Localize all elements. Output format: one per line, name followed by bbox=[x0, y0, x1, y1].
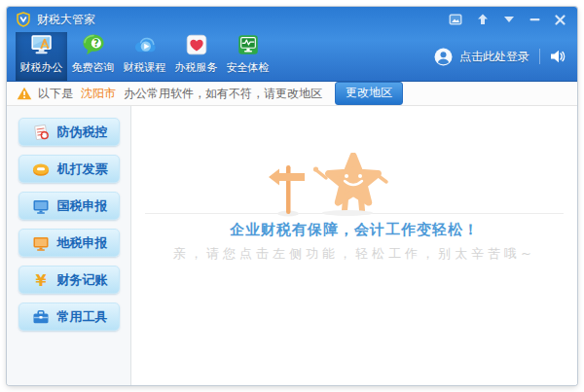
menu-arrow-icon[interactable] bbox=[503, 16, 515, 23]
star-mascot-icon bbox=[312, 153, 394, 215]
tip-text: 亲，请您点击左侧功能，轻松工作，别太辛苦哦~ bbox=[131, 245, 577, 263]
sidebar-item-label: 国税申报 bbox=[57, 197, 108, 215]
main-nav: 财税办公 ? 免费咨询 财税课程 bbox=[7, 32, 577, 81]
sidebar-item-label: 机打发票 bbox=[57, 160, 108, 178]
stamped-invoice-icon bbox=[32, 124, 50, 141]
notice-city: 沈阳市 bbox=[81, 86, 116, 102]
sidebar-item-label: 财务记账 bbox=[57, 271, 108, 289]
warning-triangle-icon bbox=[17, 87, 32, 100]
security-check-icon bbox=[233, 32, 264, 57]
main-panel: 企业财税有保障，会计工作变轻松！ 亲，请您点击左侧功能，轻松工作，别太辛苦哦~ bbox=[131, 106, 577, 385]
app-shield-icon bbox=[16, 12, 31, 27]
sidebar-item-fangwei-shuikong[interactable]: 防伪税控 bbox=[18, 118, 120, 146]
tab-caishui-bangong[interactable]: 财税办公 bbox=[16, 32, 67, 81]
mascot-shadow bbox=[322, 210, 373, 216]
toolbox-icon bbox=[32, 308, 50, 326]
window-title: 财税大管家 bbox=[37, 12, 95, 28]
tab-label: 办税服务 bbox=[175, 60, 218, 75]
svg-text:?: ? bbox=[93, 38, 99, 49]
notice-prefix: 以下是 bbox=[38, 86, 73, 102]
heart-service-icon bbox=[181, 32, 212, 57]
divider bbox=[539, 49, 540, 64]
login-button[interactable]: 点击此处登录 bbox=[434, 48, 529, 66]
office-monitor-icon bbox=[26, 32, 57, 57]
close-icon[interactable] bbox=[555, 15, 566, 25]
tab-banshui-fuwu[interactable]: 办税服务 bbox=[170, 32, 222, 81]
sidebar-item-jida-fapiao[interactable]: 机打发票 bbox=[18, 155, 120, 183]
tab-caishui-kecheng[interactable]: 财税课程 bbox=[119, 32, 170, 81]
sidebar-item-label: 常用工具 bbox=[57, 308, 108, 326]
content-area: 防伪税控 机打发票 国税申报 bbox=[7, 106, 577, 385]
tab-label: 免费咨询 bbox=[72, 60, 115, 75]
skin-icon[interactable] bbox=[449, 14, 462, 25]
yuan-icon: ¥ bbox=[32, 271, 50, 289]
nav-right: 点击此处登录 bbox=[434, 32, 566, 81]
window-controls bbox=[449, 14, 566, 25]
sidebar-item-dishui-shenbao[interactable]: 地税申报 bbox=[18, 229, 120, 257]
invoice-pad-icon bbox=[32, 160, 50, 178]
hide-up-icon[interactable] bbox=[477, 14, 489, 25]
slogan-text: 企业财税有保障，会计工作变轻松！ bbox=[131, 221, 577, 239]
tab-label: 财税课程 bbox=[124, 60, 166, 75]
sidebar-item-label: 地税申报 bbox=[57, 234, 108, 252]
tab-label: 安全体检 bbox=[227, 60, 270, 75]
sidebar-item-guoshui-shenbao[interactable]: 国税申报 bbox=[18, 192, 120, 220]
app-window: 财税大管家 bbox=[7, 7, 577, 385]
tab-anquan-tijian[interactable]: 安全体检 bbox=[222, 32, 274, 81]
tab-mianfei-zixun[interactable]: ? 免费咨询 bbox=[67, 32, 119, 81]
sidebar: 防伪税控 机打发票 国税申报 bbox=[7, 106, 131, 385]
signpost-icon bbox=[266, 162, 310, 217]
change-region-button[interactable]: 更改地区 bbox=[335, 82, 403, 105]
sidebar-item-changyong-gongju[interactable]: 常用工具 bbox=[18, 303, 120, 331]
top-chrome: 财税大管家 bbox=[7, 7, 577, 82]
avatar-icon bbox=[434, 48, 453, 66]
region-notice-bar: 以下是 沈阳市 办公常用软件，如有不符，请更改地区 更改地区 bbox=[7, 82, 577, 106]
cloud-play-icon bbox=[129, 32, 161, 57]
monitor-blue-icon bbox=[32, 197, 50, 215]
speaker-icon[interactable] bbox=[550, 50, 566, 63]
svg-text:¥: ¥ bbox=[35, 271, 46, 289]
sidebar-item-label: 防伪税控 bbox=[57, 124, 108, 141]
notice-suffix: 办公常用软件，如有不符，请更改地区 bbox=[124, 86, 322, 102]
sidebar-item-caiwu-jizhang[interactable]: ¥ 财务记账 bbox=[18, 266, 120, 294]
minimize-icon[interactable] bbox=[529, 15, 540, 24]
tab-label: 财税办公 bbox=[20, 60, 63, 75]
monitor-orange-icon bbox=[32, 234, 50, 252]
chat-question-icon: ? bbox=[78, 32, 109, 57]
login-label: 点击此处登录 bbox=[459, 49, 529, 65]
